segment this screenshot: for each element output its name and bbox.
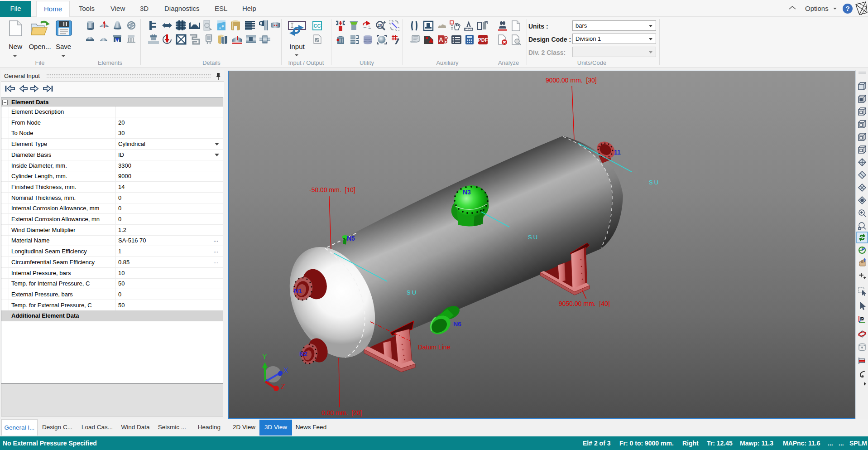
- svg-text:Z: Z: [281, 383, 285, 391]
- svg-text:20: 20: [378, 23, 382, 28]
- svg-text:A: A: [439, 36, 443, 43]
- svg-text:0.00 mm. [20]: 0.00 mm. [20]: [321, 409, 362, 416]
- svg-text:SU: SU: [649, 179, 660, 186]
- svg-text:N3: N3: [463, 189, 471, 196]
- svg-text:?: ?: [845, 5, 849, 12]
- svg-text:SU: SU: [528, 234, 539, 241]
- svg-text:N6: N6: [453, 320, 461, 328]
- svg-text:-50.00 mm. [10]: -50.00 mm. [10]: [309, 186, 355, 194]
- svg-text:9000.00 mm. [30]: 9000.00 mm. [30]: [546, 77, 597, 84]
- svg-text:9050.00 mm. [40]: 9050.00 mm. [40]: [559, 300, 610, 307]
- svg-text:11: 11: [614, 149, 621, 156]
- svg-text:Y: Y: [262, 353, 267, 361]
- svg-text:CC: CC: [314, 23, 321, 29]
- svg-text:N2: N2: [299, 350, 307, 358]
- svg-text:SU: SU: [407, 289, 417, 296]
- svg-text:Datum Line: Datum Line: [418, 344, 451, 351]
- svg-text:N5: N5: [347, 235, 355, 242]
- svg-text:N1: N1: [294, 287, 302, 295]
- svg-text:PDF: PDF: [478, 37, 488, 43]
- svg-text:X: X: [283, 367, 288, 374]
